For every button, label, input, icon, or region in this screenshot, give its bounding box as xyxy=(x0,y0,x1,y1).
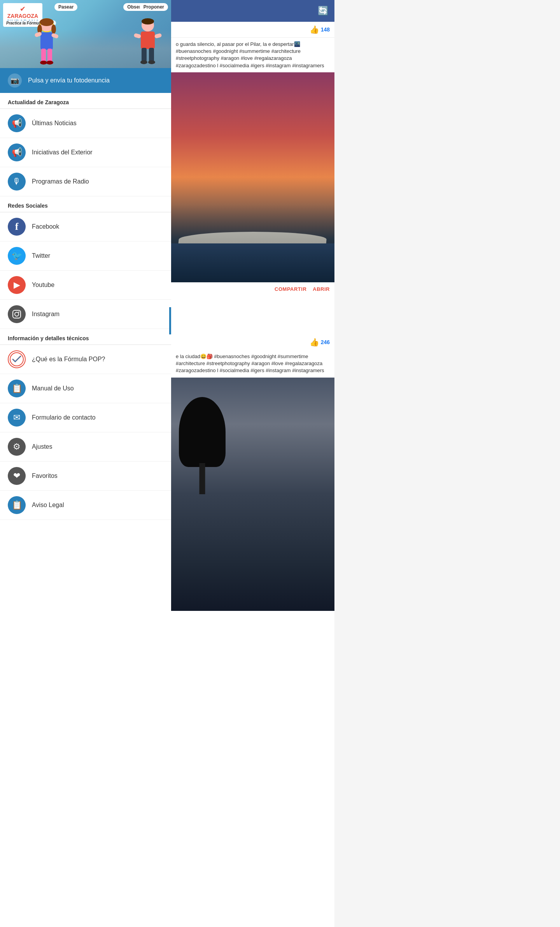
svg-rect-16 xyxy=(149,48,154,62)
svg-point-4 xyxy=(51,24,56,34)
speech-bubble-pasear: Pasear xyxy=(54,3,77,11)
svg-rect-7 xyxy=(47,49,52,62)
menu-item-twitter[interactable]: 🐦 Twitter xyxy=(0,241,171,271)
svg-rect-21 xyxy=(13,310,21,318)
youtube-label: Youtube xyxy=(32,282,54,289)
speech-bubble-proponer: Proponer xyxy=(140,3,168,11)
favorites-icon: ❤ xyxy=(8,467,26,485)
post-2-like[interactable]: 👍 246 xyxy=(310,338,330,347)
svg-point-23 xyxy=(18,311,19,313)
formula-label: ¿Qué es la Fórmula POP? xyxy=(32,356,105,363)
svg-point-18 xyxy=(148,60,155,64)
bridge-element xyxy=(171,212,334,243)
post-1-image xyxy=(171,72,334,282)
post-1-actions: COMPARTIR ABRIR xyxy=(171,282,334,296)
menu-item-youtube[interactable]: ▶ Youtube xyxy=(0,271,171,300)
manual-label: Manual de Uso xyxy=(32,385,74,392)
svg-rect-6 xyxy=(41,49,46,62)
legal-label: Aviso Legal xyxy=(32,502,64,509)
legal-icon: 📋 xyxy=(8,496,26,514)
menu-item-favorites[interactable]: ❤ Favoritos xyxy=(0,462,171,491)
menu-item-legal[interactable]: 📋 Aviso Legal xyxy=(0,491,171,520)
contact-label: Formulario de contacto xyxy=(32,414,96,421)
svg-point-8 xyxy=(40,61,47,65)
noticias-icon: 📢 xyxy=(8,114,26,132)
feed-post-2: 👍 246 e la ciudad😄🎒 #buenasnoches #goodn… xyxy=(171,334,334,611)
contact-icon: ✉ xyxy=(8,409,26,427)
svg-rect-20 xyxy=(154,33,162,38)
refresh-icon[interactable]: 🔄 xyxy=(318,6,328,16)
favorites-label: Favoritos xyxy=(32,472,58,479)
svg-rect-14 xyxy=(141,31,155,49)
svg-point-9 xyxy=(46,61,53,65)
checkmark-icon: ✔ xyxy=(20,5,26,13)
svg-rect-19 xyxy=(133,33,141,38)
section-actualidad: Actualidad de Zaragoza xyxy=(0,93,171,109)
svg-point-13 xyxy=(142,18,154,24)
character-boy xyxy=(132,17,163,68)
photo-btn-label: Pulsa y envía tu fotodenuncia xyxy=(28,77,110,84)
menu-item-manual[interactable]: 📋 Manual de Uso xyxy=(0,374,171,403)
top-bar: 🔄 xyxy=(171,0,334,22)
twitter-icon: 🐦 xyxy=(8,247,26,265)
facebook-icon: f xyxy=(8,218,26,236)
post-1-like-count: 148 xyxy=(321,26,330,33)
menu-item-noticias[interactable]: 📢 Últimas Noticias xyxy=(0,109,171,138)
svg-point-22 xyxy=(15,312,19,316)
post-2-image xyxy=(171,378,334,611)
svg-point-2 xyxy=(40,18,54,26)
character-girl xyxy=(31,17,62,68)
post-2-text: e la ciudad😄🎒 #buenasnoches #goodnight #… xyxy=(171,350,334,378)
radio-label: Programas de Radio xyxy=(32,178,89,185)
settings-label: Ajustes xyxy=(32,443,52,450)
post-2-like-count: 246 xyxy=(321,339,330,345)
svg-rect-15 xyxy=(142,48,147,62)
menu-item-contact[interactable]: ✉ Formulario de contacto xyxy=(0,403,171,432)
menu-item-facebook[interactable]: f Facebook xyxy=(0,212,171,241)
section-redes: Redes Sociales xyxy=(0,196,171,212)
menu-item-iniciativas[interactable]: 📢 Iniciativas del Exterior xyxy=(0,138,171,167)
tree-canopy xyxy=(179,397,226,467)
camera-icon: 📷 xyxy=(8,73,22,87)
manual-icon: 📋 xyxy=(8,380,26,397)
svg-point-17 xyxy=(140,60,147,64)
instagram-label: Instagram xyxy=(32,311,60,318)
header-banner: ✔ ZARAGOZA CIUDADANA Practica la Fórmula… xyxy=(0,0,171,68)
tree-trunk xyxy=(200,463,205,494)
post-1-like[interactable]: 👍 148 xyxy=(310,25,330,34)
photo-report-button[interactable]: 📷 Pulsa y envía tu fotodenuncia xyxy=(0,68,171,93)
svg-rect-5 xyxy=(40,32,53,50)
tree-element xyxy=(179,397,226,494)
twitter-label: Twitter xyxy=(32,252,50,259)
iniciativas-label: Iniciativas del Exterior xyxy=(32,149,93,156)
open-button[interactable]: ABRIR xyxy=(313,286,330,292)
water-element xyxy=(171,243,334,282)
thumb-up-icon: 👍 xyxy=(310,25,319,34)
section-info: Información y detalles técnicos xyxy=(0,329,171,345)
vertical-accent-line xyxy=(169,307,171,334)
post-1-stats: 👍 148 xyxy=(171,22,334,38)
settings-icon: ⚙ xyxy=(8,438,26,456)
noticias-label: Últimas Noticias xyxy=(32,120,77,127)
formula-icon xyxy=(8,350,26,368)
share-button[interactable]: COMPARTIR xyxy=(275,286,306,292)
menu-item-instagram[interactable]: Instagram xyxy=(0,300,171,329)
menu-item-formula[interactable]: ¿Qué es la Fórmula POP? xyxy=(0,345,171,374)
menu-item-radio[interactable]: 🎙 Programas de Radio xyxy=(0,167,171,196)
sidebar: ✔ ZARAGOZA CIUDADANA Practica la Fórmula… xyxy=(0,0,171,927)
post-1-text: o guarda silencio, al pasar por el Pilar… xyxy=(171,38,334,72)
youtube-icon: ▶ xyxy=(8,276,26,294)
instagram-icon xyxy=(8,305,26,323)
post-2-stats: 👍 246 xyxy=(171,334,334,350)
radio-icon: 🎙 xyxy=(8,173,26,191)
menu-item-settings[interactable]: ⚙ Ajustes xyxy=(0,432,171,462)
facebook-label: Facebook xyxy=(32,223,59,230)
thumb-up-icon-2: 👍 xyxy=(310,338,319,347)
feed-post-1: 👍 148 o guarda silencio, al pasar por el… xyxy=(171,22,334,296)
iniciativas-icon: 📢 xyxy=(8,143,26,161)
